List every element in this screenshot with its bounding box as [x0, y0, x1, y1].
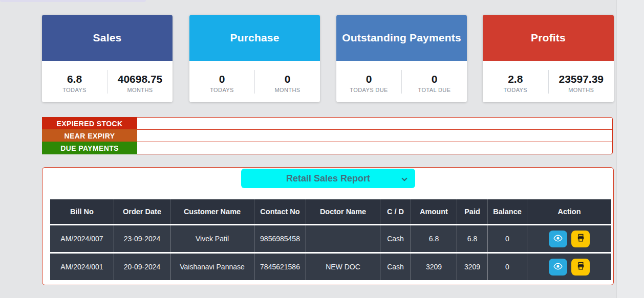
col-action: Action [527, 199, 611, 224]
expired-stock-content [137, 118, 612, 129]
col-contact-no: Contact No [254, 199, 306, 224]
sales-months-metric: 40698.75 MONTHS [108, 70, 173, 93]
sales-months-value: 40698.75 [108, 72, 173, 86]
col-customer-name: Customer Name [170, 199, 254, 224]
sales-card-title: Sales [93, 32, 122, 44]
purchase-months-label: MONTHS [255, 87, 320, 93]
cell-cd: Cash [380, 254, 411, 280]
near-expiry-content [137, 130, 612, 142]
cell-action [527, 254, 611, 280]
col-cd: C / D [380, 199, 411, 224]
cell-bill-no: AM/2024/001 [50, 254, 114, 280]
due-payments-label[interactable]: DUE PAYMENTS [42, 142, 137, 154]
cell-order-date: 23-09-2024 [114, 225, 170, 252]
outstanding-todays-due-label: TODAYS DUE [336, 87, 401, 93]
cell-order-date: 20-09-2024 [114, 254, 170, 280]
eye-icon [553, 234, 563, 244]
cell-cd: Cash [380, 225, 411, 252]
purchase-todays-label: TODAYS [189, 87, 254, 93]
purchase-todays-metric: 0 TODAYS [189, 70, 254, 93]
profits-todays-value: 2.8 [483, 72, 548, 86]
cell-doctor-name [306, 225, 380, 252]
purchase-todays-value: 0 [189, 72, 254, 86]
printer-icon [576, 262, 585, 272]
sales-todays-metric: 6.8 TODAYS [42, 70, 107, 93]
table-row: AM/2024/001 20-09-2024 Vaishanavi Pannas… [50, 254, 611, 280]
sales-card: Sales 6.8 TODAYS 40698.75 MONTHS [42, 15, 173, 102]
col-bill-no: Bill No [50, 199, 114, 224]
cell-amount: 6.8 [411, 225, 457, 252]
report-type-select[interactable]: Retail Sales Report [241, 169, 415, 188]
expired-stock-row[interactable]: EXPIERED STOCK [42, 117, 613, 130]
outstanding-payments-card: Outstanding Payments 0 TODAYS DUE 0 TOTA… [336, 15, 467, 102]
printer-icon [576, 234, 585, 244]
outstanding-payments-card-header: Outstanding Payments [336, 15, 467, 61]
sales-todays-label: TODAYS [42, 87, 107, 93]
cell-customer-name: Vivek Patil [170, 225, 254, 252]
eye-icon [553, 262, 563, 272]
outstanding-total-due-value: 0 [402, 72, 467, 86]
view-button[interactable] [549, 259, 567, 276]
cell-customer-name: Vaishanavi Pannase [170, 254, 254, 280]
chevron-down-icon [401, 175, 408, 186]
cell-contact-no: 7845621586 [254, 254, 306, 280]
col-paid: Paid [457, 199, 488, 224]
cell-doctor-name: NEW DOC [306, 254, 380, 280]
table-row: AM/2024/007 23-09-2024 Vivek Patil 98569… [50, 225, 611, 252]
cell-balance: 0 [488, 254, 527, 280]
purchase-months-value: 0 [255, 72, 320, 86]
sales-card-header: Sales [42, 15, 173, 61]
view-button[interactable] [549, 231, 567, 247]
due-payments-content [137, 142, 612, 154]
outstanding-payments-card-title: Outstanding Payments [342, 32, 461, 44]
table-header-row: Bill No Order Date Customer Name Contact… [50, 199, 611, 224]
cell-paid: 6.8 [457, 225, 488, 252]
col-order-date: Order Date [114, 199, 170, 224]
col-doctor-name: Doctor Name [306, 199, 380, 224]
outstanding-todays-due-value: 0 [336, 72, 401, 86]
report-type-selected-value: Retail Sales Report [286, 173, 370, 184]
near-expiry-row[interactable]: NEAR EXPIRY [42, 129, 613, 142]
profits-months-value: 23597.39 [549, 72, 614, 86]
cell-bill-no: AM/2024/007 [50, 225, 114, 252]
profits-card: Profits 2.8 TODAYS 23597.39 MONTHS [483, 15, 614, 102]
col-amount: Amount [411, 199, 457, 224]
outstanding-total-due-label: TOTAL DUE [402, 87, 467, 93]
purchase-card-title: Purchase [230, 32, 279, 44]
outstanding-total-due-metric: 0 TOTAL DUE [402, 70, 467, 93]
cell-paid: 3209 [457, 254, 488, 280]
profits-todays-metric: 2.8 TODAYS [483, 70, 548, 93]
alerts-section: EXPIERED STOCK NEAR EXPIRY DUE PAYMENTS [42, 117, 613, 154]
expired-stock-label[interactable]: EXPIERED STOCK [42, 117, 137, 130]
retail-sales-table: Bill No Order Date Customer Name Contact… [50, 199, 611, 280]
purchase-card-header: Purchase [189, 15, 320, 61]
cell-balance: 0 [488, 225, 527, 252]
right-gutter [616, 0, 644, 298]
print-button[interactable] [571, 259, 590, 276]
profits-card-title: Profits [531, 32, 566, 44]
sales-months-label: MONTHS [108, 87, 173, 93]
cell-contact-no: 9856985458 [254, 225, 306, 252]
sales-todays-value: 6.8 [42, 72, 107, 86]
col-balance: Balance [488, 199, 527, 224]
profits-todays-label: TODAYS [483, 87, 548, 93]
dashboard-page: Sales 6.8 TODAYS 40698.75 MONTHS Purchas… [0, 0, 644, 298]
profits-card-header: Profits [483, 15, 614, 61]
purchase-months-metric: 0 MONTHS [255, 70, 320, 93]
cell-amount: 3209 [411, 254, 457, 280]
outstanding-todays-due-metric: 0 TODAYS DUE [336, 70, 401, 93]
print-button[interactable] [571, 231, 590, 247]
due-payments-row[interactable]: DUE PAYMENTS [42, 142, 613, 154]
report-panel: Retail Sales Report Bill No Order Date C… [42, 167, 614, 285]
profits-months-metric: 23597.39 MONTHS [549, 70, 614, 93]
profits-months-label: MONTHS [549, 87, 614, 93]
top-decoration-strip [0, 0, 146, 2]
purchase-card: Purchase 0 TODAYS 0 MONTHS [189, 15, 320, 102]
cell-action [527, 225, 611, 252]
near-expiry-label[interactable]: NEAR EXPIRY [42, 129, 137, 142]
